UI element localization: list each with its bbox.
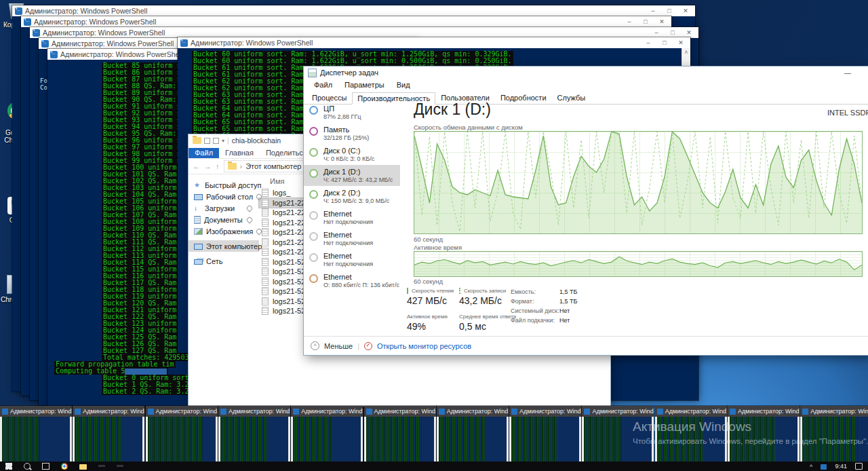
window-title-bar[interactable]: Администратор: Wind... <box>73 406 144 417</box>
chevron-up-circle-icon[interactable]: ˄ <box>311 341 319 350</box>
forward-icon[interactable]: → <box>204 162 212 170</box>
window-title-bar[interactable]: Администратор: Wind... <box>728 406 800 417</box>
sidebar-item-network[interactable]: Сеть <box>189 255 259 267</box>
sidebar-item-computer[interactable]: Этот компьютер <box>189 240 259 252</box>
minimize-button[interactable]: – <box>640 37 656 48</box>
console-thumbnail <box>509 417 581 463</box>
maximize-button[interactable]: □ <box>665 27 681 38</box>
action-center-icon[interactable] <box>855 463 863 470</box>
mini-powershell-window-8[interactable]: Администратор: Wind... <box>509 406 581 463</box>
window-title-bar[interactable]: Администратор: Wind... <box>655 406 727 417</box>
usage-ring-icon <box>309 148 318 157</box>
tray-powershell-icon[interactable] <box>821 464 827 470</box>
start-button[interactable] <box>5 463 12 470</box>
menu-item-файл[interactable]: Файл <box>308 80 338 90</box>
window-title-bar[interactable]: Администратор: Wind... <box>218 406 290 417</box>
maximize-button[interactable]: □ <box>637 16 654 27</box>
search-icon[interactable] <box>24 463 31 470</box>
file-icon <box>262 278 269 286</box>
file-explorer-taskbar-icon[interactable] <box>79 464 87 470</box>
mini-powershell-window-9[interactable]: Администратор: Wind... <box>582 406 654 463</box>
minimize-button[interactable]: – <box>648 27 665 38</box>
usage-ring-icon <box>309 253 318 262</box>
mini-powershell-window-1[interactable]: Администратор: Wind... <box>0 406 72 463</box>
perf-sidebar-item[interactable]: Диск 1 (D:)Ч: 427 МБ/с З: 43,2 МБ/с <box>304 165 400 186</box>
console-line-fragment: Computing <box>40 84 47 91</box>
quick-access-toolbar-icon[interactable] <box>213 138 219 144</box>
chevron-down-icon[interactable]: ▾ <box>222 138 224 144</box>
disk-throughput-chart[interactable] <box>414 131 863 234</box>
window-title-bar[interactable]: Администратор: Windows PowerShell –□✕ <box>12 5 695 16</box>
ribbon-tab-2[interactable]: Главная <box>219 148 260 158</box>
close-button[interactable]: ✕ <box>677 5 694 16</box>
perf-sidebar-item[interactable]: Память32/128 ГБ (25%) <box>304 123 400 144</box>
window-title-bar[interactable]: Администратор: Wind... <box>437 406 509 417</box>
maximize-button[interactable]: □ <box>656 37 673 48</box>
mini-powershell-window-11[interactable]: Администратор: Wind... <box>728 406 800 463</box>
tray-chevron-up-icon[interactable]: ˄ <box>810 463 813 470</box>
disk-property-value: 1,5 ТБ <box>559 288 577 295</box>
perf-sidebar-item[interactable]: EthernetО: 880 кбит/с П: 136 кбит/с <box>304 270 400 291</box>
close-button[interactable]: ✕ <box>654 16 670 27</box>
perf-item-detail: Нет подключения <box>323 261 373 267</box>
minimize-button[interactable]: — <box>839 69 865 77</box>
quick-access-toolbar-icon[interactable] <box>204 138 210 144</box>
mini-powershell-window-7[interactable]: Администратор: Wind... <box>437 406 509 463</box>
mini-powershell-window-12[interactable]: Администратор: Wind... <box>800 406 868 463</box>
mini-powershell-window-3[interactable]: Администратор: Wind... <box>146 406 218 463</box>
mini-powershell-window-4[interactable]: Администратор: Wind... <box>218 406 290 463</box>
tab-5[interactable]: Службы <box>552 92 591 104</box>
perf-sidebar-item[interactable]: EthernetНет подключения <box>304 207 400 228</box>
sidebar-item-documents[interactable]: Документы <box>189 214 259 225</box>
window-title-bar[interactable]: Администратор: Windows PowerShell –□✕ <box>21 16 671 27</box>
perf-sidebar-item[interactable]: Диск 2 (D:)Ч: 150 МБ/с З: 9,0 МБ/с <box>304 186 400 207</box>
mini-powershell-window-6[interactable]: Администратор: Wind... <box>364 406 436 463</box>
file-icon <box>262 228 269 236</box>
sidebar-item-pictures[interactable]: Изображения <box>189 225 259 237</box>
window-title-bar[interactable]: Администратор: Wind... <box>509 406 581 417</box>
documents-icon <box>194 216 201 224</box>
file-row[interactable]: logs_ <box>259 188 297 198</box>
task-manager-window[interactable]: Диспетчер задач — ФайлПараметрыВид Проце… <box>304 67 868 355</box>
minimize-button[interactable]: – <box>621 16 637 27</box>
up-icon[interactable]: ↑ <box>216 162 220 170</box>
ribbon-tab-1[interactable]: Файл <box>189 148 219 158</box>
perf-sidebar-item[interactable]: ЦП87% 2,88 ГГц <box>304 102 400 123</box>
close-button[interactable]: ✕ <box>673 37 689 48</box>
window-title-bar[interactable]: Администратор: Wind... <box>0 406 72 417</box>
window-title-bar[interactable]: Администратор: Windows PowerShell –□✕ <box>178 37 690 48</box>
window-title-bar[interactable]: Администратор: Wind... <box>800 406 868 417</box>
window-title-bar[interactable]: Администратор: Wind... <box>291 406 363 417</box>
perf-sidebar-item[interactable]: EthernetНет подключения <box>304 249 400 270</box>
menu-item-параметры[interactable]: Параметры <box>338 80 391 90</box>
sidebar-item-desktop[interactable]: Рабочий стол <box>189 191 259 202</box>
window-title-bar[interactable]: Администратор: Windows PowerShell –□✕ <box>30 27 698 38</box>
maximize-button[interactable]: □ <box>661 5 677 16</box>
fewer-details-button[interactable]: Меньше <box>324 342 353 350</box>
minimize-button[interactable]: – <box>645 5 661 16</box>
mini-powershell-window-5[interactable]: Администратор: Wind... <box>291 406 363 463</box>
task-manager-title-bar[interactable]: Диспетчер задач — <box>304 67 868 79</box>
menu-item-вид[interactable]: Вид <box>391 80 416 90</box>
chrome-taskbar-icon[interactable] <box>61 463 68 470</box>
window-title-bar[interactable]: Администратор: Wind... <box>146 406 218 417</box>
active-time-chart[interactable] <box>414 251 863 277</box>
window-title-bar[interactable]: Администратор: Wind... <box>364 406 436 417</box>
perf-sidebar-item[interactable]: Диск 0 (C:)Ч: 0 КБ/с З: 0 КБ/с <box>304 144 400 165</box>
powershell-taskbar-icon[interactable] <box>98 465 105 467</box>
back-icon[interactable]: ← <box>193 162 200 170</box>
breadcrumb-item[interactable]: Этот компьютер <box>245 162 301 170</box>
taskbar-clock[interactable]: 9:41 <box>835 463 847 470</box>
tab-4[interactable]: Подробности <box>495 92 552 104</box>
close-button[interactable]: ✕ <box>681 27 697 38</box>
mini-powershell-window-2[interactable]: Администратор: Wind... <box>73 406 144 463</box>
open-resource-monitor-link[interactable]: Открыть монитор ресурсов <box>377 342 471 350</box>
perf-sidebar-item[interactable]: EthernetНет подключения <box>304 228 400 249</box>
sidebar-item-downloads[interactable]: ↓Загрузки <box>189 202 259 214</box>
perf-item-name: ЦП <box>323 105 361 113</box>
window-title-bar[interactable]: Администратор: Wind... <box>582 406 654 417</box>
sidebar-item-star[interactable]: ★Быстрый доступ <box>189 179 259 191</box>
powershell-taskbar-icon[interactable] <box>117 465 123 467</box>
mini-powershell-window-10[interactable]: Администратор: Wind... <box>655 406 727 463</box>
task-view-icon[interactable] <box>42 463 50 470</box>
